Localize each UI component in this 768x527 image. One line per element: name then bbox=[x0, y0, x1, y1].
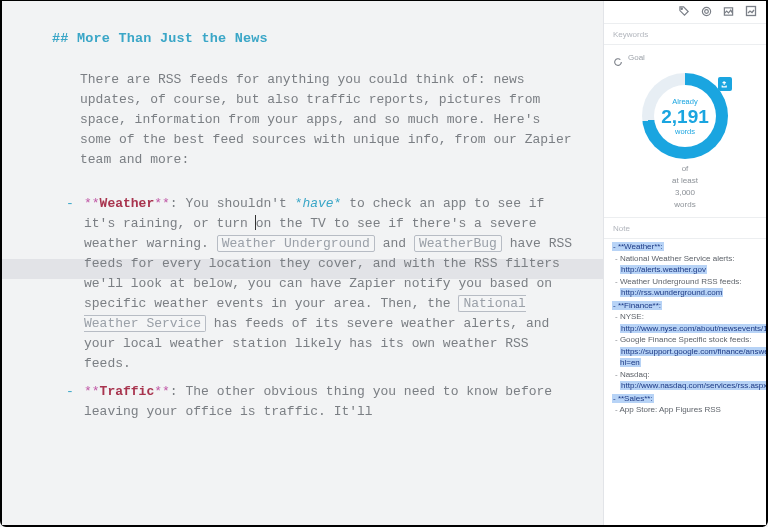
bullet-dash: - bbox=[66, 194, 74, 214]
goal-subtext: of at least 3,000 words bbox=[612, 163, 758, 211]
bold-markers: ** bbox=[154, 384, 170, 399]
image-icon[interactable] bbox=[723, 3, 734, 21]
link-weatherbug[interactable]: WeatherBug bbox=[414, 235, 502, 252]
goal-word-count: 2,191 bbox=[661, 107, 709, 126]
spinner-icon bbox=[613, 53, 623, 71]
note-item: - NYSE: http://www.nyse.com/about/newsev… bbox=[612, 311, 760, 334]
target-icon[interactable] bbox=[701, 3, 712, 21]
svg-point-2 bbox=[705, 10, 709, 14]
topic-traffic: Traffic bbox=[100, 384, 155, 399]
goal-count: Already 2,191 words bbox=[642, 73, 728, 159]
note-item: - National Weather Service alerts: http:… bbox=[612, 253, 760, 276]
note-link[interactable]: http://alerts.weather.gov bbox=[620, 265, 707, 274]
note-section-label: Note bbox=[604, 218, 766, 239]
note-link[interactable]: https://support.google.com/finance/answe… bbox=[620, 347, 766, 368]
note-item: - App Store: App Figures RSS bbox=[612, 404, 760, 416]
notes-panel[interactable]: - **Weather**:- National Weather Service… bbox=[604, 239, 766, 417]
bold-markers: ** bbox=[84, 196, 100, 211]
markdown-editor[interactable]: ## More Than Just the News There are RSS… bbox=[2, 1, 603, 525]
note-section-title: - **Finance**: bbox=[612, 300, 760, 312]
tag-icon[interactable] bbox=[679, 3, 690, 21]
heading-h2: ## More Than Just the News bbox=[52, 31, 575, 46]
bullet-dash: - bbox=[66, 382, 74, 402]
body-paragraph: There are RSS feeds for anything you cou… bbox=[80, 70, 575, 170]
goal-section: Goal Already 2,191 words of at least 3,0… bbox=[604, 45, 766, 218]
goal-label: Goal bbox=[628, 53, 645, 62]
svg-point-1 bbox=[702, 7, 710, 15]
bold-markers: ** bbox=[154, 196, 170, 211]
stats-icon[interactable] bbox=[745, 3, 757, 21]
italic-marker: * bbox=[334, 196, 342, 211]
note-link[interactable]: http://rss.wunderground.com bbox=[620, 288, 723, 297]
sidebar: Keywords Goal Already 2,191 words of at … bbox=[603, 1, 766, 525]
sidebar-icon-row bbox=[604, 1, 766, 24]
list-item-traffic: - **Traffic**: The other obvious thing y… bbox=[84, 382, 575, 422]
topic-weather: Weather bbox=[100, 196, 155, 211]
bold-markers: ** bbox=[84, 384, 100, 399]
emphasis-have: have bbox=[302, 196, 333, 211]
list-item-weather: - **Weather**: You shouldn't *have* to c… bbox=[84, 194, 575, 374]
note-section-title: - **Sales**: bbox=[612, 393, 760, 405]
note-item: - Google Finance Specific stock feeds: h… bbox=[612, 334, 760, 369]
keywords-section-label: Keywords bbox=[604, 24, 766, 45]
note-item: - Nasdaq: http://www.nasdaq.com/services… bbox=[612, 369, 760, 392]
note-item: - Weather Underground RSS feeds: http://… bbox=[612, 276, 760, 299]
note-section-title: - **Weather**: bbox=[612, 241, 760, 253]
note-link[interactable]: http://www.nyse.com/about/newsevents/114… bbox=[620, 324, 766, 333]
link-weather-underground[interactable]: Weather Underground bbox=[217, 235, 375, 252]
note-link[interactable]: http://www.nasdaq.com/services/rss.aspx bbox=[620, 381, 766, 390]
svg-point-0 bbox=[681, 8, 682, 9]
